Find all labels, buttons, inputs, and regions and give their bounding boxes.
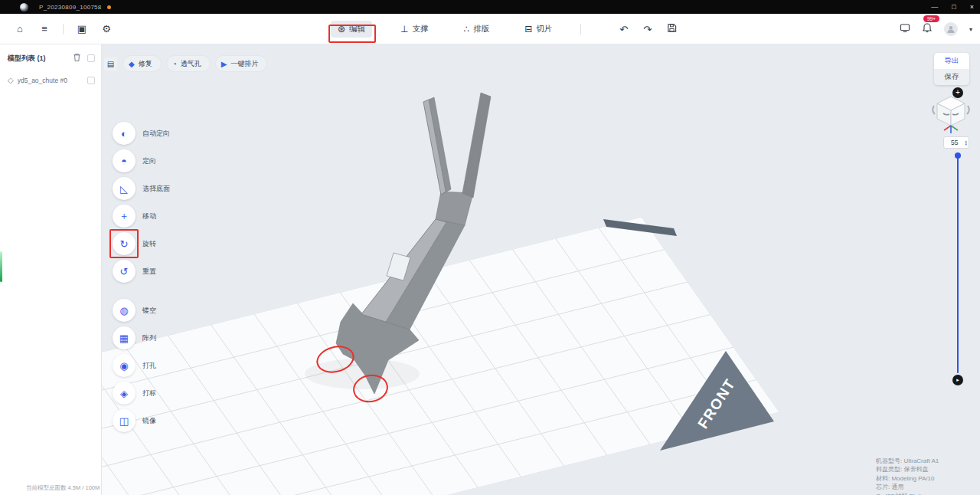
one-key-arrange-label: 一键排片 <box>230 59 258 69</box>
close-button[interactable]: × <box>970 3 974 11</box>
tool-mirror[interactable]: ◫ 镜像 <box>113 409 170 432</box>
auto-orient-icon: ◐ <box>121 128 127 139</box>
tool-move[interactable]: ＋ 移动 <box>113 205 170 228</box>
tool-mark[interactable]: ◈ 打标 <box>113 382 170 405</box>
tool-label: 镜像 <box>142 416 156 426</box>
quick-action-bar: ▤ ◆ 修复 ◔ 透气孔 ▶ 一键排片 <box>104 56 266 71</box>
move-icon: ＋ <box>119 209 129 223</box>
annotation-box-rotate-tool <box>109 229 139 258</box>
mirror-icon: ◫ <box>119 415 129 427</box>
zoom-value-spinner[interactable]: 55 ▴ ▾ <box>943 136 969 149</box>
chip: 芯片: 通用 <box>876 483 977 492</box>
minimize-button[interactable]: — <box>931 3 938 11</box>
layer-slider[interactable] <box>957 158 959 373</box>
tool-label: 自动定向 <box>142 129 170 139</box>
chevron-down-icon[interactable]: ▾ <box>969 26 972 33</box>
save-project-button[interactable]: 保存 <box>934 69 969 85</box>
mark-icon: ◈ <box>120 388 128 399</box>
reset-icon: ↺ <box>120 266 129 277</box>
delete-models-button[interactable] <box>73 51 81 65</box>
header-toolbar: ⌂ ≡ ▣ ⚙ ⊛ 编辑 ⊥ 支撑 ∴ 排版 ⊟ 切片 ↶ ↷ <box>0 14 980 44</box>
tool-reset[interactable]: ↺ 重置 <box>113 260 170 283</box>
model-list-panel: 模型列表 (1) ◇ yd5_ao_chute #0 当前模型总面数 4.5M … <box>0 44 102 495</box>
tool-hollow[interactable]: ◍ 镂空 <box>113 299 170 322</box>
model-checkbox[interactable] <box>87 77 95 84</box>
tab-support-label: 支撑 <box>413 24 429 34</box>
tool-auto-orient[interactable]: ◐ 自动定向 <box>113 122 170 145</box>
model-list-icon[interactable]: ≡ <box>38 23 51 34</box>
notifications-button[interactable]: 99+ <box>922 22 933 36</box>
select-all-checkbox[interactable] <box>87 54 95 62</box>
notification-badge: 99+ <box>923 15 939 22</box>
header-divider <box>63 24 64 34</box>
tool-label: 移动 <box>142 211 156 221</box>
tab-support[interactable]: ⊥ 支撑 <box>394 21 435 38</box>
home-icon[interactable]: ⌂ <box>14 23 26 34</box>
repair-label: 修复 <box>139 59 152 69</box>
machine-icon[interactable]: ▣ <box>76 23 88 34</box>
model-list-item[interactable]: ◇ yd5_ao_chute #0 <box>0 71 101 89</box>
repair-icon: ◆ <box>129 60 135 68</box>
panel-collapse-button[interactable]: ▤ <box>104 57 117 70</box>
layer-slider-handle[interactable] <box>955 152 961 159</box>
user-icon <box>946 25 956 34</box>
document-title: P_20230809_100758 <box>39 4 102 11</box>
printer-model: 机器型号: UltraCraft A1 <box>876 457 977 466</box>
tool-drill[interactable]: ◉ 打孔 <box>113 354 170 377</box>
tool-label: 选择底面 <box>142 184 170 194</box>
header-divider <box>580 24 581 34</box>
app-logo-icon <box>20 3 28 11</box>
floppy-icon <box>667 23 677 33</box>
model-name: yd5_ao_chute #0 <box>18 77 83 84</box>
spinner-down-icon[interactable]: ▾ <box>965 143 967 146</box>
model-list-title: 模型列表 (1) <box>8 54 73 64</box>
settings-gear-icon[interactable]: ⚙ <box>100 23 113 34</box>
trash-icon <box>73 53 81 62</box>
vent-hole-icon: ◔ <box>172 60 177 68</box>
zoom-value: 55 <box>944 139 965 146</box>
undo-button[interactable]: ↶ <box>619 24 628 35</box>
tool-label: 定向 <box>142 156 156 166</box>
redo-button[interactable]: ↷ <box>643 24 652 35</box>
tool-select-bottom[interactable]: ◺ 选择底面 <box>113 177 170 200</box>
export-save-control: 导出 保存 <box>934 53 969 85</box>
tab-slice-label: 切片 <box>536 24 552 34</box>
maximize-button[interactable]: □ <box>952 3 956 11</box>
tool-array[interactable]: ▦ 阵列 <box>113 326 170 349</box>
drill-icon: ◉ <box>119 360 128 372</box>
monitor-icon <box>900 22 910 33</box>
vent-hole-button[interactable]: ◔ 透气孔 <box>167 56 210 71</box>
slice-icon: ⊟ <box>524 24 532 34</box>
zoom-in-button[interactable]: + <box>952 87 963 98</box>
vent-hole-label: 透气孔 <box>181 59 201 69</box>
bell-icon <box>922 22 933 33</box>
device-monitor-button[interactable] <box>900 22 910 36</box>
save-button[interactable] <box>667 23 677 35</box>
tool-group-divider <box>113 287 170 294</box>
progress-indicator-bar <box>0 251 2 282</box>
user-avatar[interactable] <box>944 22 958 36</box>
extra-info: G: 43D材料 Platinum <box>876 492 977 495</box>
support-icon: ⊥ <box>400 24 408 34</box>
edit-tool-column: ◐ 自动定向 ◓ 定向 ◺ 选择底面 ＋ 移动 ↻ 旋转 ↺ 重置 <box>113 122 170 432</box>
tab-slice[interactable]: ⊟ 切片 <box>518 21 559 38</box>
tool-label: 打孔 <box>142 361 156 371</box>
tool-orient[interactable]: ◓ 定向 <box>113 149 170 172</box>
tool-label: 重置 <box>142 267 156 277</box>
view-cube[interactable] <box>929 93 972 138</box>
export-button[interactable]: 导出 <box>934 53 969 69</box>
tool-label: 镂空 <box>142 306 156 316</box>
unsaved-indicator-dot <box>107 5 111 9</box>
slider-play-button[interactable]: ▸ <box>952 375 963 385</box>
one-key-arrange-button[interactable]: ▶ 一键排片 <box>216 56 267 71</box>
tool-label: 阵列 <box>142 333 156 343</box>
tab-arrange-label: 排版 <box>473 24 489 34</box>
repair-button[interactable]: ◆ 修复 <box>123 56 161 71</box>
annotation-box-edit-tab <box>328 25 376 43</box>
hollow-icon: ◍ <box>119 305 128 316</box>
tray-type: 料盘类型: 保养料盘 <box>876 465 977 474</box>
tab-arrange[interactable]: ∴ 排版 <box>457 21 497 38</box>
tool-label: 旋转 <box>142 239 156 249</box>
3d-viewport[interactable]: FRONT ▤ ◆ 修复 <box>102 44 980 495</box>
select-bottom-icon: ◺ <box>120 183 128 195</box>
